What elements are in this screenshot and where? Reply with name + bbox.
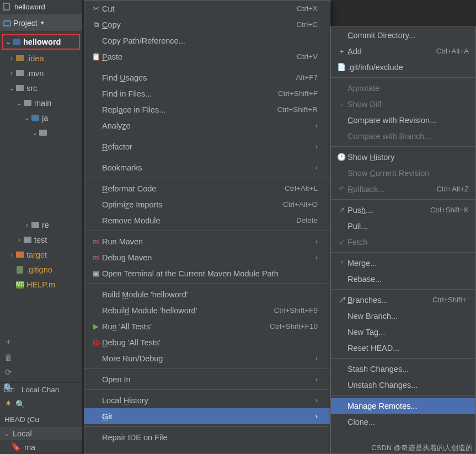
git-show-history[interactable]: 🕑 Show History bbox=[331, 149, 475, 165]
expand-icon: › bbox=[8, 251, 15, 259]
menu-find-in-files[interactable]: Find in Files... Ctrl+Shift+F bbox=[84, 86, 330, 102]
tree-item-test[interactable]: › test bbox=[0, 232, 82, 247]
git-merge[interactable]: ⑂ Merge... bbox=[331, 255, 475, 271]
svg-rect-6 bbox=[24, 100, 31, 106]
git-rollback: ↶ Rollback... Ctrl+Alt+Z bbox=[331, 181, 475, 197]
git-branches[interactable]: ⎇ Branches... Ctrl+Shift+` bbox=[331, 292, 475, 308]
folder-icon bbox=[31, 221, 40, 229]
git-pull[interactable]: Pull... bbox=[331, 218, 475, 234]
svg-rect-8 bbox=[39, 130, 47, 136]
git-annotate: Annotate bbox=[331, 80, 475, 96]
rollback-icon: ↶ bbox=[335, 185, 347, 193]
menu-local-history[interactable]: Local History › bbox=[84, 392, 330, 408]
svg-rect-4 bbox=[16, 70, 24, 76]
svg-rect-2 bbox=[13, 39, 20, 45]
menu-bookmarks[interactable]: Bookmarks › bbox=[84, 159, 330, 175]
search-icon[interactable]: 🔍 bbox=[3, 383, 14, 393]
local-branches-group[interactable]: ⌄ Local bbox=[0, 427, 82, 440]
menu-debug-maven[interactable]: m Debug Maven › bbox=[84, 249, 330, 265]
menu-analyze[interactable]: Analyze › bbox=[84, 117, 330, 133]
debug-icon: 🐞 bbox=[90, 338, 102, 346]
menu-repair-ide[interactable]: Repair IDE on File bbox=[84, 429, 330, 445]
module-icon bbox=[12, 38, 21, 46]
folder-icon bbox=[15, 84, 24, 93]
tree-item-main[interactable]: ⌄ main bbox=[0, 95, 82, 110]
svg-rect-7 bbox=[31, 115, 39, 121]
git-compare-revision[interactable]: Compare with Revision... bbox=[331, 112, 475, 128]
menu-reformat-code[interactable]: Reformat Code Ctrl+Alt+L bbox=[84, 180, 330, 196]
menu-optimize-imports[interactable]: Optimize Imports Ctrl+Alt+O bbox=[84, 196, 330, 212]
git-unstash[interactable]: Unstash Changes... bbox=[331, 377, 475, 393]
tree-item-target[interactable]: › target bbox=[0, 247, 82, 262]
git-show-current-revision: Show Current Revision bbox=[331, 165, 475, 181]
run-icon: ▶ bbox=[90, 322, 102, 330]
file-icon bbox=[15, 265, 24, 274]
menu-open-in[interactable]: Open In › bbox=[84, 371, 330, 387]
git-new-branch[interactable]: New Branch... bbox=[331, 308, 475, 324]
history-icon: 🕑 bbox=[335, 153, 347, 161]
project-toolwindow-header[interactable]: Project ▾ bbox=[0, 14, 82, 32]
menu-rebuild-module[interactable]: Rebuild Module 'helloword' Ctrl+Shift+F9 bbox=[84, 302, 330, 318]
add-icon[interactable]: ＋ bbox=[4, 337, 13, 347]
folder-icon bbox=[31, 114, 40, 122]
menu-build-module[interactable]: Build Module 'helloword' bbox=[84, 286, 330, 302]
editor-tab[interactable]: helloword bbox=[0, 0, 82, 14]
branch-master[interactable]: 🔖 ma bbox=[0, 440, 82, 454]
tree-item-java[interactable]: ⌄ ja bbox=[0, 110, 82, 125]
svg-rect-3 bbox=[16, 55, 24, 61]
menu-open-terminal-maven[interactable]: ▣ Open Terminal at the Current Maven Mod… bbox=[84, 265, 330, 281]
expand-icon: ⌄ bbox=[15, 99, 23, 107]
tree-item-gitignore[interactable]: › .gitigno bbox=[0, 262, 82, 277]
tree-item-help[interactable]: › MD HELP.m bbox=[0, 277, 82, 292]
tree-item-resources[interactable]: › re bbox=[0, 217, 82, 232]
menu-copy-path[interactable]: Copy Path/Reference... bbox=[84, 33, 330, 49]
branch-icon[interactable]: ✦ bbox=[5, 398, 12, 408]
git-stash[interactable]: Stash Changes... bbox=[331, 361, 475, 377]
expand-icon: ⌄ bbox=[8, 84, 15, 92]
git-reset-head[interactable]: Reset HEAD... bbox=[331, 340, 475, 356]
watermark-text: CSDN @奇迹是执着的人创造的 bbox=[371, 443, 473, 453]
menu-refactor[interactable]: Refactor › bbox=[84, 138, 330, 154]
menu-git[interactable]: Git › bbox=[84, 408, 330, 424]
project-tree: ⌄ helloword › .idea › .mvn ⌄ src bbox=[0, 32, 82, 382]
menu-run-maven[interactable]: m Run Maven › bbox=[84, 233, 330, 249]
git-info-exclude[interactable]: 📄 .git/info/exclude bbox=[331, 59, 475, 75]
git-clone[interactable]: Clone... bbox=[331, 414, 475, 430]
svg-rect-10 bbox=[24, 237, 31, 243]
menu-remove-module[interactable]: Remove Module Delete bbox=[84, 212, 330, 228]
menu-find-usages[interactable]: Find Usages Alt+F7 bbox=[84, 70, 330, 86]
menu-replace-in-files[interactable]: Replace in Files... Ctrl+Shift+R bbox=[84, 102, 330, 117]
delete-icon[interactable]: 🗑 bbox=[4, 352, 13, 362]
git-add[interactable]: ＋ Add Ctrl+Alt+A bbox=[331, 43, 475, 59]
project-icon bbox=[3, 19, 11, 27]
push-icon: ↗ bbox=[335, 206, 347, 214]
git-new-tag[interactable]: New Tag... bbox=[331, 324, 475, 340]
menu-cut[interactable]: ✂ Cut Ctrl+X bbox=[84, 1, 330, 17]
tree-item-mvn[interactable]: › .mvn bbox=[0, 66, 82, 81]
folder-icon bbox=[15, 69, 24, 78]
menu-copy[interactable]: ⧉ Copy Ctrl+C bbox=[84, 17, 330, 33]
expand-icon: ⌄ bbox=[4, 38, 12, 46]
expand-icon: › bbox=[23, 221, 31, 229]
tree-root[interactable]: ⌄ helloword bbox=[2, 34, 80, 50]
refresh-icon[interactable]: ⟳ bbox=[5, 367, 12, 377]
tree-item-package[interactable]: ⌄ bbox=[0, 125, 82, 140]
svg-rect-11 bbox=[16, 252, 24, 258]
tree-item-src[interactable]: ⌄ src bbox=[0, 81, 82, 95]
tree-item-idea[interactable]: › .idea bbox=[0, 51, 82, 66]
context-menu-git: Commit Directory... ＋ Add Ctrl+Alt+A 📄 .… bbox=[330, 26, 476, 454]
git-push[interactable]: ↗ Push... Ctrl+Shift+K bbox=[331, 202, 475, 218]
folder-icon bbox=[15, 250, 24, 259]
git-show-diff: › Show Diff bbox=[331, 96, 475, 112]
git-rebase[interactable]: Rebase... bbox=[331, 271, 475, 287]
add-icon: ＋ bbox=[335, 46, 347, 56]
svg-rect-5 bbox=[16, 85, 24, 91]
menu-more-run-debug[interactable]: More Run/Debug › bbox=[84, 350, 330, 366]
menu-run-tests[interactable]: ▶ Run 'All Tests' Ctrl+Shift+F10 bbox=[84, 318, 330, 334]
branch-icon: ⎇ bbox=[335, 296, 347, 304]
git-manage-remotes[interactable]: Manage Remotes... bbox=[331, 398, 475, 414]
menu-debug-tests[interactable]: 🐞 Debug 'All Tests' bbox=[84, 334, 330, 350]
menu-paste[interactable]: 📋 Paste Ctrl+V bbox=[84, 49, 330, 65]
folder-icon bbox=[15, 54, 24, 63]
git-commit-directory[interactable]: Commit Directory... bbox=[331, 27, 475, 43]
